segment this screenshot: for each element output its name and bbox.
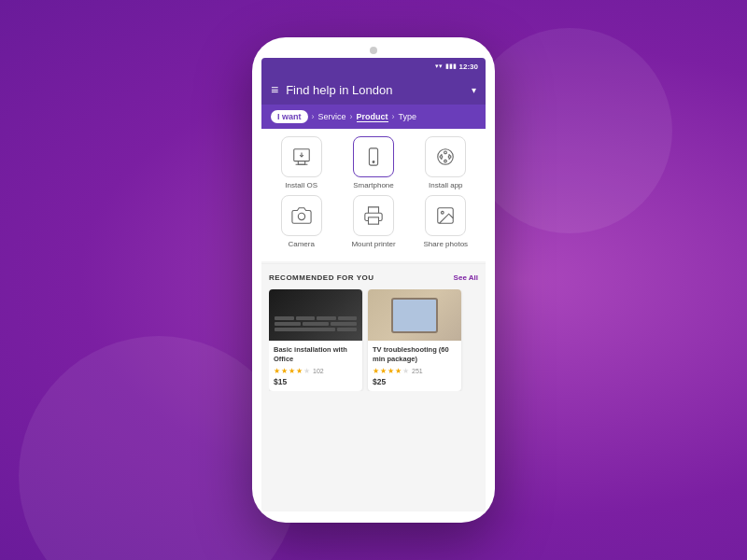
header-title: Find help in London bbox=[286, 83, 464, 97]
grid-item-install-app[interactable]: Install app bbox=[414, 136, 477, 189]
printer-label: Mount printer bbox=[351, 240, 395, 248]
svg-line-7 bbox=[449, 154, 450, 155]
breadcrumb-type[interactable]: Type bbox=[399, 112, 417, 121]
svg-point-14 bbox=[444, 160, 447, 162]
card-body-1: Basic installation with Office ★ ★ ★ ★ ★… bbox=[269, 341, 362, 391]
install-app-label: Install app bbox=[429, 181, 462, 189]
photos-icon-box bbox=[425, 195, 466, 236]
card-image-2 bbox=[368, 289, 461, 341]
star-5: ★ bbox=[402, 367, 409, 375]
smartphone-label: Smartphone bbox=[353, 181, 394, 189]
card-body-2: TV troubleshooting (60 min package) ★ ★ … bbox=[368, 341, 461, 391]
hamburger-menu-icon[interactable]: ≡ bbox=[271, 82, 278, 97]
status-icons: ▾▾ ▮▮▮ 12:30 bbox=[435, 63, 478, 71]
grid-item-camera[interactable]: Camera bbox=[270, 195, 333, 248]
grid-row-2: Camera Mount printer bbox=[265, 195, 482, 248]
star-2: ★ bbox=[380, 367, 387, 375]
grid-item-install-os[interactable]: Install OS bbox=[270, 136, 333, 189]
camera-label: Camera bbox=[288, 240, 314, 248]
card-title-2: TV troubleshooting (60 min package) bbox=[373, 345, 457, 364]
star-4: ★ bbox=[395, 367, 402, 375]
see-all-button[interactable]: See All bbox=[454, 273, 478, 282]
breadcrumb-sep-1: › bbox=[312, 112, 315, 121]
photos-icon bbox=[435, 205, 456, 226]
star-3: ★ bbox=[388, 367, 394, 375]
tablet-outline bbox=[368, 289, 461, 341]
camera-icon-box bbox=[281, 195, 322, 236]
recommended-section: RECOMMENDED FOR YOU See All bbox=[261, 266, 486, 511]
printer-icon bbox=[363, 205, 384, 226]
grid-item-smartphone[interactable]: Smartphone bbox=[342, 136, 405, 189]
card-title-1: Basic installation with Office bbox=[274, 345, 358, 364]
breadcrumb-iwant: I want bbox=[271, 110, 308, 123]
product-card-1[interactable]: Basic installation with Office ★ ★ ★ ★ ★… bbox=[269, 289, 362, 391]
review-count-1: 102 bbox=[313, 368, 324, 374]
status-time: 12:30 bbox=[459, 63, 478, 71]
battery-icon: ▮▮▮ bbox=[445, 63, 457, 70]
star-3: ★ bbox=[289, 367, 295, 375]
breadcrumb-sep-3: › bbox=[392, 112, 395, 121]
service-grid: Install OS Smartphone bbox=[261, 129, 486, 261]
product-card-2[interactable]: TV troubleshooting (60 min package) ★ ★ … bbox=[368, 289, 461, 391]
star-1: ★ bbox=[274, 367, 280, 375]
printer-icon-box bbox=[353, 195, 394, 236]
phone-mockup: ▾▾ ▮▮▮ 12:30 ≡ Find help in London ▾ I w… bbox=[252, 37, 495, 523]
breadcrumb-nav: I want › Service › Product › Type bbox=[261, 105, 486, 129]
breadcrumb-product[interactable]: Product bbox=[357, 112, 388, 122]
star-4: ★ bbox=[296, 367, 303, 375]
recommended-title: RECOMMENDED FOR YOU bbox=[269, 273, 374, 282]
svg-point-4 bbox=[373, 161, 374, 163]
smartphone-icon-box bbox=[353, 136, 394, 177]
product-cards-row: Basic installation with Office ★ ★ ★ ★ ★… bbox=[269, 289, 478, 391]
svg-point-12 bbox=[440, 156, 443, 159]
camera-dot bbox=[370, 47, 377, 54]
star-1: ★ bbox=[373, 367, 379, 375]
install-app-icon bbox=[435, 147, 456, 167]
breadcrumb-sep-2: › bbox=[350, 112, 353, 121]
phone-screen: ▾▾ ▮▮▮ 12:30 ≡ Find help in London ▾ I w… bbox=[261, 58, 486, 511]
svg-line-8 bbox=[449, 159, 450, 160]
card-image-1 bbox=[269, 289, 362, 341]
svg-point-15 bbox=[298, 213, 304, 219]
grid-row-1: Install OS Smartphone bbox=[265, 136, 482, 189]
svg-point-9 bbox=[449, 156, 452, 159]
card-stars-1: ★ ★ ★ ★ ★ 102 bbox=[274, 367, 358, 375]
section-divider bbox=[261, 263, 486, 264]
bg-decoration-2 bbox=[467, 28, 672, 233]
install-os-label: Install OS bbox=[285, 181, 317, 189]
star-2: ★ bbox=[281, 367, 288, 375]
star-5: ★ bbox=[303, 367, 310, 375]
dropdown-icon[interactable]: ▾ bbox=[472, 85, 476, 95]
laptop-keys bbox=[275, 316, 357, 333]
recommended-header: RECOMMENDED FOR YOU See All bbox=[269, 273, 478, 282]
breadcrumb-service[interactable]: Service bbox=[318, 112, 346, 121]
app-header: ≡ Find help in London ▾ bbox=[261, 75, 486, 105]
card-stars-2: ★ ★ ★ ★ ★ 251 bbox=[373, 367, 457, 375]
card-price-1: $15 bbox=[274, 377, 358, 386]
install-os-icon-box bbox=[281, 136, 322, 177]
svg-point-18 bbox=[442, 211, 444, 214]
wifi-icon: ▾▾ bbox=[435, 63, 443, 70]
review-count-2: 251 bbox=[412, 368, 423, 374]
card-price-2: $25 bbox=[373, 377, 457, 386]
svg-line-10 bbox=[442, 154, 443, 155]
install-app-icon-box bbox=[425, 136, 466, 177]
status-bar: ▾▾ ▮▮▮ 12:30 bbox=[261, 58, 486, 75]
grid-item-share-photos[interactable]: Share photos bbox=[414, 195, 477, 248]
laptop-image bbox=[269, 289, 362, 341]
tablet-shape bbox=[391, 298, 438, 333]
camera-icon bbox=[291, 205, 312, 226]
svg-line-11 bbox=[442, 159, 443, 160]
share-photos-label: Share photos bbox=[424, 240, 469, 248]
tablet-image bbox=[368, 289, 461, 341]
install-os-icon bbox=[291, 147, 312, 167]
svg-point-6 bbox=[444, 151, 447, 154]
svg-rect-16 bbox=[368, 217, 378, 224]
grid-item-printer[interactable]: Mount printer bbox=[342, 195, 405, 248]
smartphone-icon bbox=[363, 147, 384, 167]
